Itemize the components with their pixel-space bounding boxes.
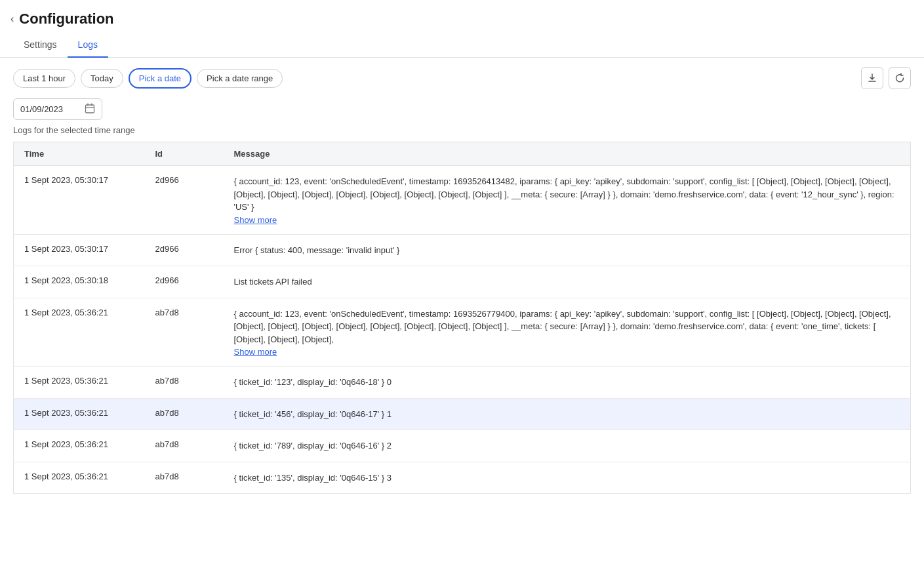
message-text: List tickets API failed <box>234 277 312 287</box>
col-header-message: Message <box>224 142 911 166</box>
date-input-row <box>0 98 924 123</box>
tab-settings[interactable]: Settings <box>13 33 68 58</box>
cell-message: { ticket_id: '789', display_id: '0q646-1… <box>224 430 911 462</box>
logs-hint: Logs for the selected time range <box>0 123 924 142</box>
cell-time: 1 Sept 2023, 05:30:18 <box>14 266 145 298</box>
download-button[interactable] <box>861 67 883 89</box>
cell-message: { ticket_id: '456', display_id: '0q646-1… <box>224 398 911 430</box>
message-text: { account_id: 123, event: 'onScheduledEv… <box>234 176 894 212</box>
show-more-link[interactable]: Show more <box>234 347 900 357</box>
cell-time: 1 Sept 2023, 05:30:17 <box>14 234 145 266</box>
filter-pick-range-button[interactable]: Pick a date range <box>197 69 283 88</box>
cell-message: List tickets API failed <box>224 266 911 298</box>
cell-message: Error { status: 400, message: 'invalid i… <box>224 234 911 266</box>
cell-message: { ticket_id: '135', display_id: '0q646-1… <box>224 462 911 494</box>
cell-id: 2d966 <box>145 166 224 235</box>
show-more-link[interactable]: Show more <box>234 215 900 225</box>
cell-id: ab7d8 <box>145 430 224 462</box>
message-text: { account_id: 123, event: 'onScheduledEv… <box>234 309 891 344</box>
filter-last-hour-button[interactable]: Last 1 hour <box>13 69 75 88</box>
message-text: { ticket_id: '456', display_id: '0q646-1… <box>234 409 392 419</box>
back-button[interactable]: ‹ <box>10 13 14 25</box>
filter-buttons: Last 1 hour Today Pick a date Pick a dat… <box>13 68 283 89</box>
col-header-time: Time <box>14 142 145 166</box>
cell-time: 1 Sept 2023, 05:36:21 <box>14 462 145 494</box>
filter-pick-date-button[interactable]: Pick a date <box>129 68 191 89</box>
cell-id: ab7d8 <box>145 298 224 367</box>
message-text: { ticket_id: '789', display_id: '0q646-1… <box>234 441 392 451</box>
table-container: Time Id Message 1 Sept 2023, 05:30:172d9… <box>0 142 924 494</box>
cell-message: { ticket_id: '123', display_id: '0q646-1… <box>224 367 911 399</box>
message-text: { ticket_id: '135', display_id: '0q646-1… <box>234 473 392 483</box>
table-row: 1 Sept 2023, 05:36:21ab7d8{ ticket_id: '… <box>14 430 911 462</box>
logs-table: Time Id Message 1 Sept 2023, 05:30:172d9… <box>13 142 911 494</box>
cell-id: ab7d8 <box>145 462 224 494</box>
table-row: 1 Sept 2023, 05:36:21ab7d8{ ticket_id: '… <box>14 462 911 494</box>
header: ‹ Configuration <box>0 0 924 33</box>
calendar-icon[interactable] <box>85 103 95 115</box>
filter-actions <box>861 67 911 89</box>
svg-rect-0 <box>86 105 94 113</box>
message-text: { ticket_id: '123', display_id: '0q646-1… <box>234 377 392 387</box>
cell-time: 1 Sept 2023, 05:30:17 <box>14 166 145 235</box>
tabs-bar: Settings Logs <box>0 33 924 58</box>
message-text: Error { status: 400, message: 'invalid i… <box>234 245 400 255</box>
cell-time: 1 Sept 2023, 05:36:21 <box>14 367 145 399</box>
cell-time: 1 Sept 2023, 05:36:21 <box>14 398 145 430</box>
cell-id: 2d966 <box>145 266 224 298</box>
cell-time: 1 Sept 2023, 05:36:21 <box>14 430 145 462</box>
filter-bar: Last 1 hour Today Pick a date Pick a dat… <box>0 58 924 98</box>
filter-today-button[interactable]: Today <box>81 69 123 88</box>
table-header-row: Time Id Message <box>14 142 911 166</box>
table-row: 1 Sept 2023, 05:36:21ab7d8{ ticket_id: '… <box>14 398 911 430</box>
download-icon <box>867 73 877 83</box>
cell-id: ab7d8 <box>145 367 224 399</box>
table-row: 1 Sept 2023, 05:30:172d966{ account_id: … <box>14 166 911 235</box>
page-title: Configuration <box>19 10 113 28</box>
cell-time: 1 Sept 2023, 05:36:21 <box>14 298 145 367</box>
table-row: 1 Sept 2023, 05:36:21ab7d8{ account_id: … <box>14 298 911 367</box>
table-row: 1 Sept 2023, 05:30:182d966List tickets A… <box>14 266 911 298</box>
refresh-button[interactable] <box>889 67 911 89</box>
col-header-id: Id <box>145 142 224 166</box>
cell-message: { account_id: 123, event: 'onScheduledEv… <box>224 166 911 235</box>
table-row: 1 Sept 2023, 05:36:21ab7d8{ ticket_id: '… <box>14 367 911 399</box>
tab-logs[interactable]: Logs <box>68 33 108 58</box>
cell-id: ab7d8 <box>145 398 224 430</box>
cell-id: 2d966 <box>145 234 224 266</box>
date-input-wrapper <box>13 98 102 120</box>
cell-message: { account_id: 123, event: 'onScheduledEv… <box>224 298 911 367</box>
refresh-icon <box>894 73 905 83</box>
page-container: ‹ Configuration Settings Logs Last 1 hou… <box>0 0 924 583</box>
date-input[interactable] <box>20 104 79 114</box>
table-row: 1 Sept 2023, 05:30:172d966Error { status… <box>14 234 911 266</box>
